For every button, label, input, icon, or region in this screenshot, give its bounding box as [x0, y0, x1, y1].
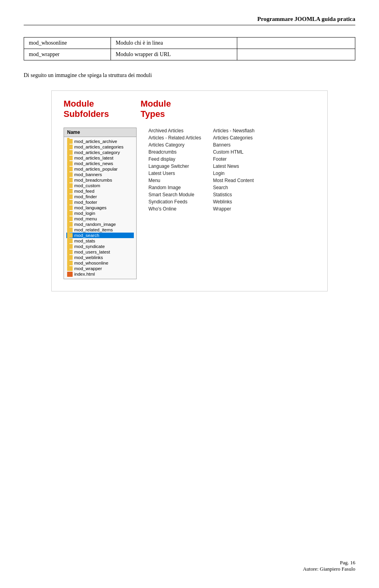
- module-types-col2: Articles - NewsflashArticles CategoriesB…: [213, 128, 254, 212]
- folder-label: mod_random_image: [74, 222, 116, 227]
- folder-list: mod_articles_archivemod_articles_categor…: [64, 137, 136, 279]
- folder-label: mod_menu: [74, 216, 97, 221]
- file-item: index.html: [66, 271, 134, 277]
- folder-item: mod_random_image: [66, 222, 134, 227]
- folder-item: mod_languages: [66, 205, 134, 210]
- table-row: mod_whosonlineModulo chi è in linea: [24, 38, 355, 49]
- module-type-item: Random Image: [148, 184, 201, 191]
- folder-icon: [67, 244, 73, 249]
- header-title: Programmare JOOMLA guida pratica: [257, 16, 355, 22]
- folder-item: mod_wrapper: [66, 266, 134, 271]
- folder-label: mod_feed: [74, 189, 94, 193]
- module-type-item: Login: [213, 170, 254, 177]
- folder-item: mod_articles_archive: [66, 139, 134, 144]
- folder-label: mod_search: [74, 233, 99, 238]
- folder-label: mod_articles_category: [74, 150, 120, 155]
- folder-label: mod_weblinks: [74, 255, 103, 260]
- author-label: Autore: Gianpiero Fasulo: [303, 566, 355, 572]
- folder-label: mod_custom: [74, 183, 100, 188]
- types-title: Module Types: [141, 99, 171, 120]
- module-type-item: Archived Articles: [148, 128, 201, 134]
- module-type-item: Who's Online: [148, 206, 201, 212]
- folder-icon: [67, 161, 73, 166]
- folder-label: mod_login: [74, 211, 95, 216]
- folder-icon: [67, 255, 73, 260]
- folder-item: mod_stats: [66, 238, 134, 244]
- module-type-item: Latest Users: [148, 170, 201, 177]
- folder-icon: [67, 200, 73, 205]
- folder-icon: [67, 172, 73, 177]
- folder-icon: [67, 261, 73, 265]
- diagram-container: Module Subfolders Module Types Name mod_…: [51, 90, 328, 291]
- folder-label: mod_articles_archive: [74, 139, 117, 144]
- table-row: mod_wrapperModulo wrapper di URL: [24, 49, 355, 60]
- folder-icon: [67, 222, 73, 227]
- folder-item: mod_articles_latest: [66, 155, 134, 161]
- folder-panel: Name mod_articles_archivemod_articles_ca…: [64, 128, 137, 279]
- folder-item: mod_footer: [66, 199, 134, 205]
- folder-label: mod_articles_categories: [74, 145, 124, 149]
- folder-icon: [67, 183, 73, 188]
- folder-icon: [67, 216, 73, 221]
- folder-item: mod_login: [66, 210, 134, 216]
- page-container: Programmare JOOMLA guida pratica mod_who…: [0, 0, 379, 323]
- folder-panel-header: Name: [64, 128, 136, 137]
- module-type-item: Statistics: [213, 192, 254, 198]
- folder-icon: [67, 227, 73, 232]
- folder-label: mod_users_latest: [74, 250, 110, 254]
- folder-label: mod_banners: [74, 172, 102, 177]
- folder-item: mod_related_items: [66, 227, 134, 233]
- folder-label: mod_articles_popular: [74, 167, 118, 171]
- intro-text: Di seguito un immagine che spiega la str…: [24, 72, 355, 79]
- module-type-item: Custom HTML: [213, 149, 254, 155]
- folder-item: mod_syndicate: [66, 244, 134, 249]
- folder-icon: [67, 156, 73, 160]
- folder-icon: [67, 189, 73, 193]
- folder-label: mod_stats: [74, 239, 95, 243]
- folder-label: mod_languages: [74, 205, 107, 210]
- module-types-panel: Archived ArticlesArticles - Related Arti…: [144, 128, 315, 279]
- folder-icon: [67, 205, 73, 210]
- folder-item: mod_search: [66, 233, 134, 238]
- folder-item: mod_articles_popular: [66, 166, 134, 172]
- module-type-item: Banners: [213, 142, 254, 148]
- module-type-item: Weblinks: [213, 199, 254, 205]
- folder-label: mod_wrapper: [74, 266, 102, 271]
- page-footer: Pag. 16 Autore: Gianpiero Fasulo: [303, 560, 355, 572]
- folder-icon: [67, 139, 73, 144]
- folder-label: mod_articles_latest: [74, 156, 113, 160]
- folder-icon: [67, 194, 73, 199]
- diagram-body: Name mod_articles_archivemod_articles_ca…: [64, 128, 315, 279]
- folder-item: mod_feed: [66, 188, 134, 194]
- folder-label: mod_footer: [74, 200, 97, 205]
- module-type-item: Footer: [213, 156, 254, 162]
- folder-label: mod_articles_news: [74, 161, 113, 166]
- module-type-item: Most Read Content: [213, 177, 254, 184]
- module-type-item: Latest News: [213, 163, 254, 169]
- module-type-item: Syndication Feeds: [148, 199, 201, 205]
- folder-icon: [67, 266, 73, 271]
- module-type-item: Feed display: [148, 156, 201, 162]
- folder-icon: [67, 150, 73, 155]
- folder-icon: [67, 250, 73, 254]
- folder-label: mod_breadcrumbs: [74, 178, 112, 182]
- folder-item: mod_whosonline: [66, 260, 134, 266]
- folder-label: mod_whosonline: [74, 261, 108, 265]
- folder-item: mod_articles_news: [66, 161, 134, 166]
- page-header: Programmare JOOMLA guida pratica: [24, 16, 355, 25]
- page-number: Pag. 16: [303, 560, 355, 566]
- module-type-item: Wrapper: [213, 206, 254, 212]
- folder-icon: [67, 145, 73, 149]
- folder-icon: [67, 167, 73, 171]
- folder-icon: [67, 178, 73, 182]
- folder-icon: [67, 211, 73, 216]
- folder-label: mod_finder: [74, 194, 97, 199]
- module-types-col1: Archived ArticlesArticles - Related Arti…: [148, 128, 201, 212]
- folder-item: mod_weblinks: [66, 255, 134, 260]
- module-type-item: Articles Categories: [213, 135, 254, 141]
- folder-item: mod_banners: [66, 172, 134, 177]
- folder-item: mod_finder: [66, 194, 134, 199]
- folder-label: mod_related_items: [74, 227, 113, 232]
- folder-item: mod_custom: [66, 183, 134, 188]
- module-types-grid: Archived ArticlesArticles - Related Arti…: [148, 128, 315, 212]
